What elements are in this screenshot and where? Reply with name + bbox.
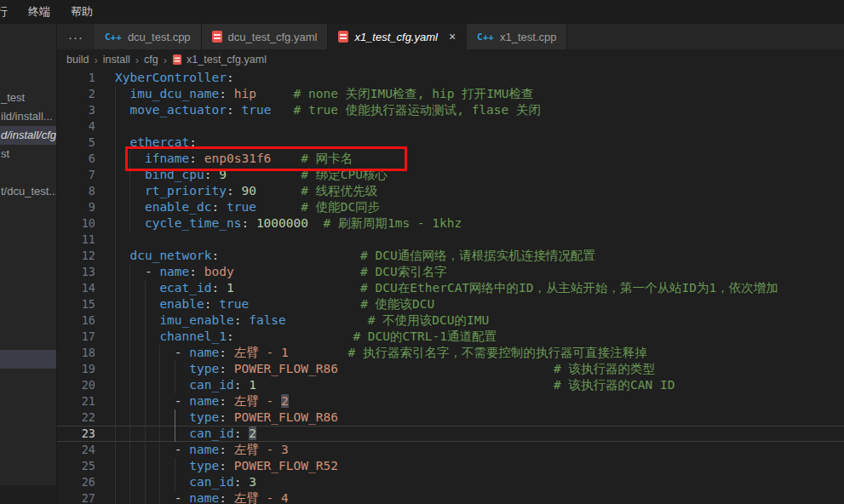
line-number[interactable]: 4: [57, 118, 115, 135]
indent-guide: [115, 280, 116, 296]
yaml-file-icon: [338, 31, 348, 43]
code-line[interactable]: 24 - name: 左臂 - 3: [57, 442, 844, 458]
tab-x1-test-cpp[interactable]: C++x1_test.cpp: [467, 24, 567, 49]
code-line[interactable]: 10 cycle_time_ns: 1000000 # 刷新周期1ms - 1k…: [57, 215, 844, 232]
code-token: name: [189, 491, 219, 504]
line-number[interactable]: 18: [57, 345, 115, 361]
line-number[interactable]: 2: [57, 86, 115, 102]
code-line[interactable]: 13 - name: body # DCU索引名字: [57, 264, 844, 280]
line-number[interactable]: 7: [57, 167, 115, 183]
code-line[interactable]: 17 channel_1: # DCU的CTRL-1通道配置: [57, 329, 844, 345]
tab-dcu-test-cfg-yaml[interactable]: dcu_test_cfg.yaml: [202, 24, 329, 49]
line-number[interactable]: 13: [57, 264, 115, 280]
line-number[interactable]: 16: [57, 312, 115, 329]
code-line[interactable]: 25 type: POWER_FLOW_R52: [57, 458, 844, 474]
line-number[interactable]: 6: [57, 151, 115, 167]
code-token: [182, 346, 190, 359]
code-token: [227, 410, 234, 424]
tab-dcu-test-cpp[interactable]: C++dcu_test.cpp: [95, 24, 202, 49]
close-icon[interactable]: ×: [449, 31, 456, 43]
sidebar-item-3[interactable]: st: [0, 145, 57, 163]
code-line[interactable]: 18 - name: 左臂 - 1 # 执行器索引名字，不需要控制的执行器可直接…: [57, 345, 844, 361]
code-token: # 刷新周期1ms - 1khz: [323, 216, 462, 230]
line-number[interactable]: 22: [57, 410, 115, 426]
code-token: :: [189, 152, 197, 165]
code-token: 1: [249, 378, 256, 392]
code-line[interactable]: 1XyberController:: [57, 70, 844, 86]
line-number[interactable]: 9: [57, 199, 115, 215]
code-token: [234, 329, 353, 343]
indent-guide: [159, 410, 160, 426]
indent-guide: [115, 312, 116, 329]
indent-guide: [175, 377, 175, 393]
code-line[interactable]: 23 can_id: 2: [57, 426, 844, 442]
line-number[interactable]: 15: [57, 296, 115, 312]
indent-guide: [129, 377, 130, 393]
code-line[interactable]: 3 move_actuator: true # true 使能执行器运动测试, …: [57, 102, 844, 118]
indent-guide: [145, 280, 146, 296]
indent-guide: [115, 232, 116, 248]
sidebar-item-2[interactable]: d/install/cfg: [0, 126, 57, 145]
code-line[interactable]: 5 ethercat:: [57, 135, 844, 151]
line-number[interactable]: 19: [57, 361, 115, 377]
line-number[interactable]: 8: [57, 183, 115, 199]
sidebar-item-5[interactable]: [0, 350, 57, 369]
code-token: [212, 297, 220, 311]
code-line[interactable]: 12 dcu_network: # DCU通信网络，请根据实机连接情况配置: [57, 248, 844, 264]
line-number[interactable]: 10: [57, 215, 115, 232]
sidebar-item-0[interactable]: _test: [0, 89, 57, 107]
code-token: [227, 443, 234, 456]
line-number[interactable]: 24: [57, 442, 115, 458]
code-line[interactable]: 16 imu_enable: false # 不使用该DCU的IMU: [57, 312, 844, 329]
code-line[interactable]: 7 bind_cpu: 9 # 绑定CPU核心: [57, 167, 844, 183]
code-line[interactable]: 6 ifname: enp0s31f6 # 网卡名: [57, 151, 844, 167]
code-line[interactable]: 14 ecat_id: 1 # DCU在EtherCAT网络中的ID，从主站开始…: [57, 280, 844, 296]
breadcrumb-segment[interactable]: cfg: [144, 54, 158, 66]
line-number[interactable]: 1: [57, 70, 115, 86]
line-number[interactable]: 20: [57, 377, 115, 393]
code-token: [227, 346, 234, 359]
tab-bar: ··· C++dcu_test.cppdcu_test_cfg.yamlx1_t…: [57, 24, 844, 49]
code-line[interactable]: 9 enable_dc: true # 使能DC同步: [57, 199, 844, 215]
menu-item-2[interactable]: 帮助: [60, 0, 103, 24]
line-number[interactable]: 3: [57, 102, 115, 118]
tab-overflow-button[interactable]: ···: [57, 24, 95, 49]
line-number[interactable]: 21: [57, 393, 115, 410]
indent-guide: [115, 264, 116, 280]
line-number[interactable]: 11: [57, 232, 115, 248]
code-token: [338, 362, 554, 375]
line-number[interactable]: 5: [57, 135, 115, 151]
line-number[interactable]: 12: [57, 248, 115, 264]
code-line[interactable]: 11: [57, 232, 844, 248]
code-line[interactable]: 21 - name: 左臂 - 2: [57, 393, 844, 410]
code-line[interactable]: 26 can_id: 3: [57, 474, 844, 490]
tab-x1-test-cfg-yaml[interactable]: x1_test_cfg.yaml×: [328, 24, 467, 49]
code-token: [115, 313, 159, 327]
line-number[interactable]: 23: [57, 426, 115, 442]
line-number[interactable]: 17: [57, 329, 115, 345]
code-line[interactable]: 4: [57, 118, 844, 135]
line-number[interactable]: 25: [57, 458, 115, 474]
indent-guide: [129, 329, 130, 345]
sidebar-item-4[interactable]: t/dcu_test...: [0, 182, 57, 201]
code-line[interactable]: 8 rt_priority: 90 # 线程优先级: [57, 183, 844, 199]
sidebar-item-1[interactable]: ild/install...: [0, 107, 57, 126]
code-line[interactable]: 2 imu_dcu_name: hip # none 关闭IMU检查, hip …: [57, 86, 844, 102]
code-line[interactable]: 27 - name: 左臂 - 4: [57, 490, 844, 504]
indent-guide: [145, 458, 146, 474]
code-line[interactable]: 15 enable: true # 使能该DCU: [57, 296, 844, 312]
line-number[interactable]: 26: [57, 474, 115, 490]
line-number[interactable]: 14: [57, 280, 115, 296]
code-token: [289, 346, 348, 359]
code-line[interactable]: 20 can_id: 1 # 该执行器的CAN ID: [57, 377, 844, 393]
menu-item-0[interactable]: 行: [0, 0, 18, 24]
code-line[interactable]: 19 type: POWER_FLOW_R86 # 该执行器的类型: [57, 361, 844, 377]
indent-guide: [145, 410, 146, 426]
line-number[interactable]: 27: [57, 490, 115, 504]
breadcrumb-segment[interactable]: build: [66, 54, 89, 66]
code-token: :: [189, 135, 197, 149]
code-line[interactable]: 22 type: POWER_FLOW_R86: [57, 410, 844, 426]
breadcrumb-file[interactable]: x1_test_cfg.yaml: [172, 54, 267, 66]
breadcrumb-segment[interactable]: install: [103, 54, 130, 66]
menu-item-1[interactable]: 终端: [18, 0, 60, 24]
